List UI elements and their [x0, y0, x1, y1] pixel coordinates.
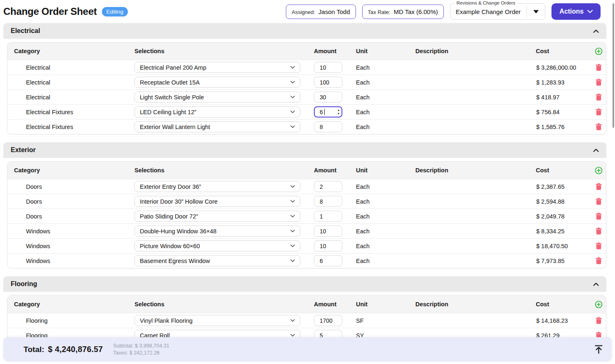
- selection-dropdown[interactable]: Interior Door 30” Hollow Core: [134, 196, 300, 207]
- table-header-row: Category Selections Amount Unit Descript…: [7, 42, 606, 60]
- triangle-down-icon[interactable]: [527, 9, 545, 14]
- tax-rate-box[interactable]: Tax Rate: MD Tax (6.00%): [362, 5, 444, 19]
- row-category: Electrical: [7, 64, 134, 71]
- amount-field: ▲▼: [314, 77, 342, 88]
- actions-button[interactable]: Actions: [551, 3, 601, 20]
- amount-input[interactable]: [314, 196, 342, 207]
- amount-input[interactable]: [314, 225, 342, 237]
- amount-input[interactable]: [314, 181, 342, 192]
- assigned-value: Jason Todd: [318, 8, 350, 15]
- delete-row-button[interactable]: [596, 79, 602, 86]
- plus-circle-icon: [595, 301, 603, 308]
- table-row: Doors Patio Sliding Door 72” ▲▼ Each $ 2…: [7, 209, 606, 223]
- assigned-box[interactable]: Assigned: Jason Todd: [286, 5, 356, 19]
- section-header[interactable]: Electrical: [3, 23, 606, 39]
- topbar: Change Order Sheet Editing Assigned: Jas…: [0, 0, 615, 23]
- selection-dropdown[interactable]: Picture Window 60×60: [134, 240, 300, 251]
- add-row-button[interactable]: [595, 167, 603, 174]
- row-unit: Each: [355, 243, 414, 249]
- selection-dropdown[interactable]: Receptacle Outlet 15A: [134, 77, 300, 88]
- row-cost: $ 756.84: [535, 109, 590, 115]
- selection-dropdown[interactable]: Vinyl Plank Flooring: [134, 315, 300, 326]
- table-row: Flooring Vinyl Plank Flooring ▲▼ SF $ 14…: [7, 313, 606, 328]
- selection-dropdown[interactable]: Patio Sliding Door 72”: [134, 211, 300, 222]
- row-cost: $ 418.97: [535, 94, 590, 101]
- delete-row-button[interactable]: [596, 183, 602, 190]
- selection-dropdown[interactable]: Light Switch Single Pole: [134, 92, 300, 103]
- row-cost: $ 18,470.50: [535, 243, 590, 249]
- section-header[interactable]: Flooring: [3, 276, 606, 292]
- sections: Electrical Category Selections Amount Un…: [0, 23, 615, 346]
- add-row-button[interactable]: [595, 301, 603, 308]
- column-header-unit: Unit: [355, 301, 414, 308]
- plus-circle-icon: [595, 47, 603, 55]
- revisions-value: Example Change Order: [456, 8, 527, 15]
- revisions-dropdown[interactable]: Revisions & Change Orders Example Change…: [450, 3, 546, 20]
- delete-row-button[interactable]: [596, 228, 602, 235]
- amount-field: ▲▼: [314, 225, 342, 237]
- amount-field: ▲▼: [314, 106, 342, 117]
- chevron-down-icon: [290, 200, 295, 203]
- section-header[interactable]: Exterior: [3, 142, 606, 158]
- status-badge: Editing: [102, 7, 128, 16]
- number-spinner[interactable]: ▲▼: [337, 108, 340, 116]
- delete-row-button[interactable]: [596, 94, 602, 101]
- delete-row-button[interactable]: [596, 108, 602, 115]
- amount-field: ▲▼: [314, 315, 342, 326]
- delete-row-button[interactable]: [596, 213, 602, 220]
- row-unit: Each: [355, 213, 414, 220]
- amount-input[interactable]: [314, 315, 342, 326]
- row-unit: Each: [355, 198, 414, 205]
- column-header-unit: Unit: [355, 167, 414, 174]
- column-header-description: Description: [414, 48, 535, 54]
- row-cost: $ 14,168.23: [535, 317, 590, 324]
- column-header-category: Category: [7, 48, 134, 54]
- chevron-down-icon: [290, 185, 295, 188]
- chevron-down-icon: [290, 96, 295, 99]
- assigned-label: Assigned:: [292, 9, 315, 15]
- selection-dropdown[interactable]: Electrical Panel 200 Amp: [134, 62, 300, 73]
- delete-row-button[interactable]: [596, 257, 602, 264]
- chevron-up-icon[interactable]: [593, 148, 599, 152]
- delete-row-button[interactable]: [596, 317, 602, 324]
- delete-row-button[interactable]: [596, 242, 602, 249]
- trash-icon: [596, 198, 602, 205]
- row-category: Electrical: [7, 79, 134, 86]
- selection-dropdown-value: Double-Hung Window 36×48: [140, 228, 217, 235]
- trash-icon: [596, 228, 602, 235]
- selection-dropdown[interactable]: Exterior Wall Lantern Light: [134, 121, 300, 132]
- chevron-down-icon: [290, 244, 295, 247]
- trash-icon: [596, 79, 602, 86]
- row-category: Doors: [7, 198, 134, 205]
- amount-input[interactable]: [314, 92, 342, 103]
- amount-input[interactable]: [314, 240, 342, 251]
- section-title: Flooring: [11, 280, 37, 288]
- chevron-up-icon[interactable]: [593, 282, 599, 286]
- arrow-up-to-line-icon: [594, 345, 603, 354]
- selection-dropdown[interactable]: LED Ceiling Light 12”: [134, 106, 300, 117]
- selection-dropdown[interactable]: Exterior Entry Door 36”: [134, 181, 300, 192]
- delete-row-button[interactable]: [596, 198, 602, 205]
- amount-field: ▲▼: [314, 121, 342, 132]
- amount-input[interactable]: [314, 121, 342, 132]
- total-label: Total:: [24, 345, 44, 354]
- scroll-top-button[interactable]: [591, 342, 606, 357]
- amount-input[interactable]: [314, 62, 342, 73]
- delete-row-button[interactable]: [596, 64, 602, 71]
- selection-dropdown[interactable]: Basement Egress Window: [134, 255, 300, 266]
- section-rows: Electrical Electrical Panel 200 Amp ▲▼ E…: [7, 60, 606, 134]
- add-row-button[interactable]: [595, 47, 603, 55]
- chevron-down-icon: [290, 259, 295, 262]
- amount-input[interactable]: [314, 211, 342, 222]
- scrollbar-thumb[interactable]: [613, 3, 614, 128]
- selection-dropdown[interactable]: Double-Hung Window 36×48: [134, 225, 300, 237]
- column-header-cost: Cost: [535, 167, 590, 174]
- amount-input[interactable]: [314, 77, 342, 88]
- row-category: Flooring: [7, 317, 134, 324]
- column-header-cost: Cost: [535, 301, 590, 308]
- row-cost: $ 2,387.65: [535, 183, 590, 190]
- chevron-up-icon[interactable]: [593, 29, 599, 33]
- delete-row-button[interactable]: [596, 123, 602, 130]
- amount-input[interactable]: [314, 255, 342, 266]
- selection-dropdown-value: Patio Sliding Door 72”: [140, 213, 198, 220]
